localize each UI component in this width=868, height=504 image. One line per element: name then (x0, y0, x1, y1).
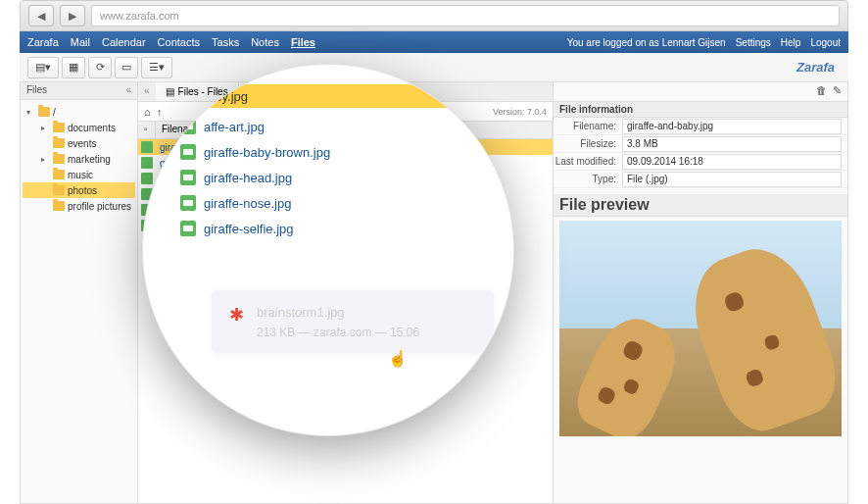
tree-label: photos (68, 185, 97, 196)
download-meta: 213 KB — zarafa.com — 15:06 (257, 326, 476, 339)
magnifier-overlay: nd-baby.jpg affe-art.jpg giraffe-baby-br… (142, 64, 514, 436)
app-menubar: Zarafa Mail Calendar Contacts Tasks Note… (20, 31, 848, 53)
toolbar: ▤▾ ▦ ⟳ ▭ ☰▾ Zarafa (20, 53, 848, 82)
tool-card-button[interactable]: ▭ (115, 57, 138, 78)
tree-label: marketing (68, 154, 111, 165)
info-label: Last modified: (554, 156, 622, 167)
mag-file-name: giraffe-nose.jpg (204, 196, 291, 211)
tree-label: music (68, 170, 93, 180)
sidebar-title: Files (26, 84, 47, 97)
file-icon: ▤ (166, 86, 174, 97)
folder-icon (53, 138, 65, 148)
tree-root[interactable]: ▾ / (23, 104, 135, 120)
mag-file-name: giraffe-baby-brown.jpg (204, 145, 330, 160)
tool-refresh-button[interactable]: ⟳ (88, 57, 112, 78)
edit-icon[interactable]: ✎ (833, 84, 842, 99)
image-file-icon (141, 141, 153, 153)
mag-file-name: giraffe-head.jpg (204, 171, 292, 185)
file-preview-header: File preview (554, 194, 847, 217)
menu-zarafa[interactable]: Zarafa (27, 36, 59, 48)
image-file-icon (180, 144, 196, 160)
sidebar: Files « ▾ / ▸documents events ▸marketing… (21, 82, 138, 503)
tab-label: Files - Files (178, 86, 228, 97)
sidebar-header: Files « (21, 82, 137, 100)
info-row-filename: Filename: giraffe-and-baby.jpg (554, 118, 847, 135)
info-row-filesize: Filesize: 3.8 MB (554, 135, 847, 153)
info-row-type: Type: File (.jpg) (554, 171, 847, 188)
tree-folder-marketing[interactable]: ▸marketing (23, 151, 135, 167)
file-info-section: File information Filename: giraffe-and-b… (554, 102, 847, 188)
folder-icon (38, 107, 50, 117)
menu-calendar[interactable]: Calendar (102, 36, 146, 48)
mag-file-row[interactable]: giraffe-baby-brown.jpg (172, 139, 513, 165)
url-input[interactable] (91, 5, 840, 26)
info-value: 3.8 MB (622, 136, 842, 152)
info-value: giraffe-and-baby.jpg (622, 119, 842, 134)
sidebar-collapse-icon[interactable]: « (125, 84, 131, 97)
tool-grid-button[interactable]: ▦ (62, 57, 85, 78)
tree-label: documents (68, 123, 116, 133)
forward-button[interactable]: ▶ (60, 5, 85, 26)
folder-icon (53, 170, 65, 179)
mag-file-row[interactable]: giraffe-head.jpg (172, 165, 513, 190)
folder-icon (53, 185, 65, 195)
preview-image (559, 221, 842, 436)
plugin-icon (229, 304, 249, 324)
image-file-icon (141, 157, 153, 169)
back-button[interactable]: ◀ (28, 5, 54, 26)
folder-icon (53, 123, 65, 132)
col-type-icon[interactable]: ▫ (138, 122, 156, 138)
tree-folder-photos[interactable]: photos (23, 182, 135, 198)
folder-dropdown-button[interactable]: ▤▾ (27, 57, 59, 78)
mag-file-name: affe-art.jpg (204, 120, 265, 134)
folder-icon (53, 154, 65, 164)
right-panel: 🗑 ✎ File information Filename: giraffe-a… (554, 82, 847, 503)
folder-tree: ▾ / ▸documents events ▸marketing music p… (21, 100, 137, 218)
brand-logo: Zarafa (796, 60, 835, 75)
download-name: brainstorm1.jpg (257, 305, 345, 320)
tree-folder-music[interactable]: music (23, 167, 135, 182)
tree-folder-events[interactable]: events (23, 135, 135, 151)
home-icon[interactable]: ⌂ (144, 106, 151, 118)
info-value: File (.jpg) (622, 172, 842, 187)
cursor-hand-icon: ☝ (388, 349, 408, 368)
file-info-header: File information (554, 102, 847, 118)
settings-link[interactable]: Settings (736, 37, 771, 48)
tree-folder-profile-pictures[interactable]: profile pictures (23, 198, 135, 214)
image-file-icon (180, 170, 196, 185)
info-value: 09.09.2014 16:18 (622, 154, 842, 170)
tree-label: profile pictures (68, 201, 131, 212)
folder-icon (53, 201, 65, 211)
tree-label: events (68, 138, 96, 149)
info-label: Type: (554, 174, 622, 184)
help-link[interactable]: Help (781, 37, 801, 48)
menu-contacts[interactable]: Contacts (158, 36, 200, 48)
info-row-modified: Last modified: 09.09.2014 16:18 (554, 153, 847, 171)
delete-icon[interactable]: 🗑 (816, 84, 827, 99)
file-preview-section: File preview (554, 194, 847, 436)
up-icon[interactable]: ↑ (157, 106, 163, 118)
version-text: Version: 7.0.4 (493, 107, 547, 117)
tree-root-label: / (53, 107, 56, 118)
mag-file-row[interactable]: giraffe-nose.jpg (172, 190, 513, 216)
mag-file-name: giraffe-selfie.jpg (204, 222, 294, 236)
mag-file-row[interactable]: giraffe-selfie.jpg (172, 216, 513, 241)
image-file-icon (180, 195, 196, 211)
info-label: Filename: (554, 121, 622, 131)
image-file-icon (180, 221, 196, 236)
right-tools: 🗑 ✎ (554, 82, 847, 102)
logout-link[interactable]: Logout (810, 37, 841, 48)
info-label: Filesize: (554, 138, 622, 149)
menu-tasks[interactable]: Tasks (212, 36, 239, 48)
menu-mail[interactable]: Mail (71, 36, 90, 48)
menu-files[interactable]: Files (291, 36, 315, 48)
menu-notes[interactable]: Notes (251, 36, 279, 48)
tree-folder-documents[interactable]: ▸documents (23, 120, 135, 135)
download-notification[interactable]: brainstorm1.jpg 213 KB — zarafa.com — 15… (212, 290, 494, 353)
image-file-icon (141, 173, 153, 184)
tool-list-dropdown-button[interactable]: ☰▾ (141, 57, 172, 78)
logged-user-text: You are logged on as Lennart Gijsen (567, 37, 726, 48)
tab-collapse-icon[interactable]: « (138, 82, 156, 101)
browser-chrome: ◀ ▶ (20, 0, 848, 31)
